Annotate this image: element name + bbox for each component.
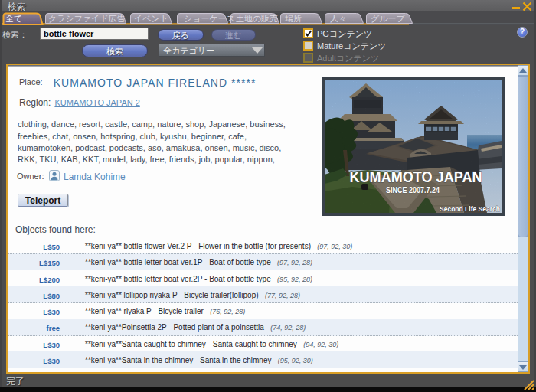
svg-text:場所: 場所: [285, 14, 302, 23]
svg-text:グループ: グループ: [371, 14, 406, 23]
svg-text:全て: 全て: [5, 14, 22, 23]
svg-text:ショーケース: ショーケース: [184, 14, 235, 23]
svg-text:人々: 人々: [330, 14, 347, 23]
svg-text:KUMAMOTO JAPAN: KUMAMOTO JAPAN: [350, 168, 482, 185]
svg-text:Second Life Search: Second Life Search: [440, 204, 500, 213]
svg-text:イベント: イベント: [134, 14, 168, 23]
svg-text:土地の販売: 土地の販売: [236, 14, 278, 23]
svg-text:SINCE 2007.7.24: SINCE 2007.7.24: [386, 185, 440, 194]
svg-text:クラシファイド広告: クラシファイド広告: [48, 14, 126, 23]
